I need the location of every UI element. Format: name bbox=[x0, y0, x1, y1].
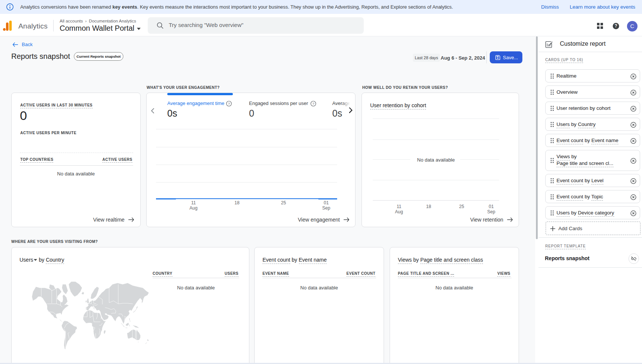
svg-text:?: ? bbox=[228, 102, 230, 106]
svg-text:?: ? bbox=[312, 102, 314, 106]
